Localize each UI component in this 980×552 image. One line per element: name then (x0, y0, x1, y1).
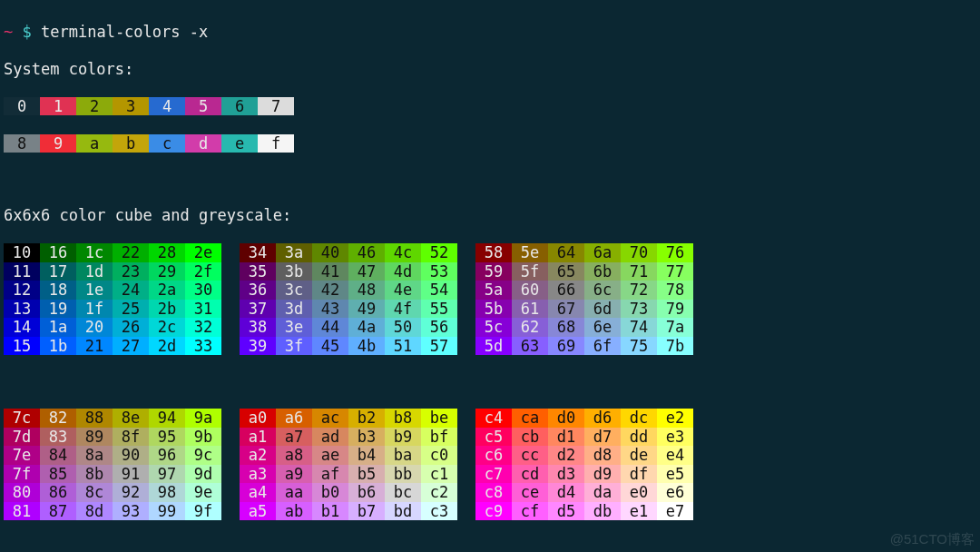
color-row: 5a60666c7278 (475, 281, 693, 300)
color-swatch: 8d (76, 502, 113, 521)
color-swatch: d5 (548, 502, 584, 521)
color-swatch: e7 (657, 502, 693, 521)
cube-heading: 6x6x6 color cube and greyscale: (4, 206, 976, 225)
color-swatch: 3d (276, 300, 312, 319)
color-swatch: 15 (4, 337, 40, 356)
color-row: 373d43494f55 (240, 300, 457, 319)
color-swatch: 17 (40, 262, 76, 281)
color-swatch: 31 (185, 300, 221, 319)
color-swatch: 59 (475, 262, 512, 281)
color-swatch: 4 (149, 97, 185, 116)
color-row: a5abb1b7bdc3 (240, 502, 457, 521)
color-swatch: 65 (548, 262, 584, 281)
color-swatch: 9f (185, 502, 221, 521)
color-swatch: b3 (348, 428, 385, 447)
color-swatch: 8f (113, 428, 149, 447)
color-swatch: b1 (312, 502, 348, 521)
color-swatch: 5f (512, 262, 548, 281)
color-swatch: 33 (185, 337, 221, 356)
color-swatch: 3c (276, 281, 312, 300)
color-swatch: db (584, 502, 621, 521)
color-swatch: af (312, 465, 348, 484)
color-swatch: e2 (657, 409, 693, 428)
color-swatch: 28 (149, 243, 185, 262)
color-swatch: 7e (4, 446, 40, 465)
system-colors-row-1: 01234567 (4, 97, 976, 116)
color-swatch: bd (385, 502, 421, 521)
color-swatch: 89 (76, 428, 113, 447)
color-swatch: ae (312, 446, 348, 465)
color-swatch: 3b (276, 262, 312, 281)
color-row: c5cbd1d7dde3 (475, 428, 693, 447)
color-swatch: d6 (584, 409, 621, 428)
color-swatch: e (221, 134, 258, 153)
color-swatch: 2d (149, 337, 185, 356)
color-swatch: 9 (40, 134, 76, 153)
color-swatch: 72 (621, 281, 657, 300)
color-swatch: c8 (475, 483, 512, 502)
color-swatch: 85 (40, 465, 76, 484)
color-swatch: d4 (548, 483, 584, 502)
color-swatch: ac (312, 409, 348, 428)
color-swatch: 50 (385, 318, 421, 337)
color-row: a3a9afb5bbc1 (240, 465, 457, 484)
color-swatch: 56 (421, 318, 457, 337)
color-swatch: 6c (584, 281, 621, 300)
color-swatch: 57 (421, 337, 457, 356)
color-swatch: 1f (76, 300, 113, 319)
color-swatch: 14 (4, 318, 40, 337)
color-block: 7c82888e949a7d83898f959b7e848a90969c7f85… (4, 409, 221, 520)
color-swatch: 74 (621, 318, 657, 337)
color-row: a4aab0b6bcc2 (240, 483, 457, 502)
color-swatch: 9e (185, 483, 221, 502)
color-swatch: 64 (548, 243, 584, 262)
color-swatch: c7 (475, 465, 512, 484)
color-swatch: de (621, 446, 657, 465)
color-swatch: c3 (421, 502, 457, 521)
color-swatch: e3 (657, 428, 693, 447)
color-swatch: 53 (421, 262, 457, 281)
color-swatch: 98 (149, 483, 185, 502)
color-swatch: b9 (385, 428, 421, 447)
color-swatch: 22 (113, 243, 149, 262)
color-swatch: 4d (385, 262, 421, 281)
color-swatch: 77 (657, 262, 693, 281)
color-row: 141a20262c32 (4, 318, 221, 337)
color-swatch: cd (512, 465, 548, 484)
color-swatch: 67 (548, 300, 584, 319)
color-swatch: ad (312, 428, 348, 447)
color-swatch: ab (276, 502, 312, 521)
color-swatch: 55 (421, 300, 457, 319)
color-swatch: 45 (312, 337, 348, 356)
color-row: 81878d93999f (4, 502, 221, 521)
color-swatch: 20 (76, 318, 113, 337)
color-row: 7d83898f959b (4, 428, 221, 447)
color-swatch: 2 (76, 97, 113, 116)
color-swatch: e5 (657, 465, 693, 484)
color-swatch: 7 (258, 97, 294, 116)
prompt-dollar: $ (23, 23, 32, 41)
color-swatch: 36 (240, 281, 276, 300)
color-row: 80868c92989e (4, 483, 221, 502)
color-swatch: 7f (4, 465, 40, 484)
color-swatch: d3 (548, 465, 584, 484)
color-swatch: 70 (621, 243, 657, 262)
color-swatch: d9 (584, 465, 621, 484)
color-swatch: 5b (475, 300, 512, 319)
color-swatch: 8e (113, 409, 149, 428)
color-block: c4cad0d6dce2c5cbd1d7dde3c6ccd2d8dee4c7cd… (475, 409, 693, 520)
color-swatch: d1 (548, 428, 584, 447)
color-swatch: 44 (312, 318, 348, 337)
color-swatch: 90 (113, 446, 149, 465)
color-swatch: 47 (348, 262, 385, 281)
color-swatch: 30 (185, 281, 221, 300)
color-swatch: d0 (548, 409, 584, 428)
color-swatch: e1 (621, 502, 657, 521)
color-swatch: 3a (276, 243, 312, 262)
color-swatch: 82 (40, 409, 76, 428)
system-colors-row-2: 89abcdef (4, 134, 976, 153)
color-row: 7e848a90969c (4, 446, 221, 465)
system-colors-heading: System colors: (4, 60, 976, 79)
color-swatch: 29 (149, 262, 185, 281)
color-row: 11171d23292f (4, 262, 221, 281)
